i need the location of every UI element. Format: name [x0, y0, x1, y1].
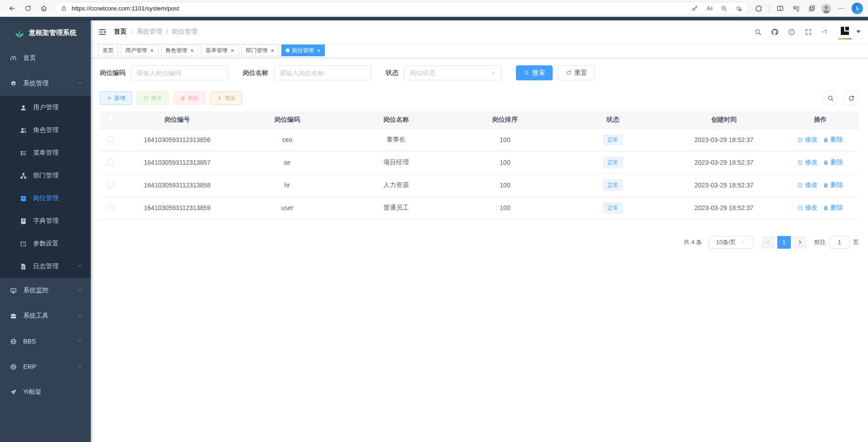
tab-close-icon[interactable]: × — [317, 48, 320, 54]
tab-close-icon[interactable]: × — [271, 48, 275, 54]
more-dots-button[interactable] — [834, 2, 848, 15]
sidebar: 意框架管理系统 首页系统管理用户管理角色管理菜单管理部门管理岗位管理字典管理参数… — [0, 20, 91, 442]
delete-button: 删除 — [173, 91, 206, 105]
github-button[interactable] — [771, 28, 779, 36]
goto-page-input[interactable] — [829, 236, 849, 249]
sidebar-item-角色管理[interactable]: 角色管理 — [0, 119, 91, 142]
add-button[interactable]: 新增 — [100, 91, 132, 105]
sidebar-item-BBS[interactable]: BBS — [0, 329, 91, 354]
browser-action-buttons — [751, 2, 863, 15]
breadcrumb-item[interactable]: 首页 — [114, 28, 127, 36]
row-checkbox[interactable] — [108, 136, 114, 142]
collections-button[interactable] — [789, 2, 803, 15]
chevron-down-icon — [77, 287, 83, 294]
back-arrow-icon — [8, 5, 16, 12]
help-button[interactable]: ? — [788, 28, 795, 36]
bing-button[interactable] — [851, 2, 863, 15]
sidebar-item-岗位管理[interactable]: 岗位管理 — [0, 187, 91, 210]
tab-菜单管理[interactable]: 菜单管理× — [201, 44, 239, 56]
select-all-checkbox[interactable] — [108, 116, 114, 122]
post-name-input[interactable] — [274, 65, 371, 80]
sidebar-item-首页[interactable]: 首页 — [0, 45, 91, 71]
tab-用户管理[interactable]: 用户管理× — [121, 44, 158, 56]
status-label: 状态 — [386, 69, 398, 77]
sidebar-item-参数设置[interactable]: 参数设置 — [0, 232, 91, 255]
prev-page-button[interactable] — [761, 236, 775, 249]
sidebar-item-用户管理[interactable]: 用户管理 — [0, 96, 91, 119]
font-size-button[interactable]: TT — [821, 28, 829, 36]
status-select[interactable]: 岗位状态 — [404, 65, 501, 80]
github-icon — [771, 28, 779, 36]
sidebar-item-日志管理[interactable]: 日志管理 — [0, 255, 91, 278]
favorite-star-add-button[interactable] — [732, 2, 745, 15]
app-title: 意框架管理系统 — [29, 29, 77, 37]
row-checkbox[interactable] — [108, 159, 114, 165]
tab-close-icon[interactable]: × — [191, 48, 194, 54]
user-avatar-menu[interactable] — [838, 24, 861, 39]
sidebar-item-字典管理[interactable]: 字典管理 — [0, 210, 91, 232]
tab-label: 首页 — [103, 47, 113, 54]
row-checkbox[interactable] — [108, 182, 114, 188]
sidebar-item-ERP[interactable]: ERP — [0, 354, 91, 379]
sidebar-item-部门管理[interactable]: 部门管理 — [0, 164, 91, 187]
row-delete-link[interactable]: 删除 — [823, 204, 843, 212]
refresh-button[interactable] — [20, 2, 35, 15]
reset-button[interactable]: 重置 — [558, 65, 595, 80]
row-edit-label: 修改 — [805, 136, 818, 144]
tab-首页[interactable]: 首页 — [98, 44, 118, 56]
search-button[interactable] — [754, 28, 762, 36]
export-button[interactable]: 导出 — [210, 91, 242, 105]
tab-岗位管理[interactable]: 岗位管理× — [281, 44, 325, 56]
split-screen-button[interactable] — [773, 2, 787, 15]
refresh-toggle-button[interactable] — [843, 90, 859, 106]
table-row: 1641030593112313856ceo董事长100正常2023-03-29… — [100, 128, 859, 151]
zoom-out-button[interactable] — [717, 2, 730, 15]
row-edit-link[interactable]: 修改 — [798, 158, 818, 167]
read-aloud-button[interactable] — [703, 2, 716, 15]
key-button[interactable] — [688, 2, 701, 15]
search-button[interactable]: 搜索 — [516, 65, 553, 80]
back-arrow-button[interactable] — [5, 2, 19, 15]
cell-id: 1641030593112313856 — [122, 128, 233, 151]
address-bar[interactable]: https://ccnetcore.com:1101/system/post — [54, 2, 748, 15]
tab-close-icon[interactable]: × — [150, 48, 154, 54]
sidebar-item-Yi框架[interactable]: Yi框架 — [0, 379, 91, 405]
sidebar-item-系统监控[interactable]: 系统监控 — [0, 278, 91, 303]
cell-created: 2023-03-29 18:52:37 — [666, 196, 782, 219]
page-size-select[interactable]: 10条/页 — [708, 236, 754, 249]
tab-close-icon[interactable]: × — [230, 48, 234, 54]
extensions-puzzle-button[interactable] — [751, 2, 766, 15]
post-table: 岗位编号岗位编码岗位名称岗位排序状态创建时间操作 164103059311231… — [100, 111, 859, 220]
row-checkbox[interactable] — [108, 204, 114, 211]
tab-actions-button[interactable] — [804, 2, 819, 15]
status-badge: 正常 — [603, 134, 623, 145]
row-delete-label: 删除 — [830, 136, 843, 144]
home-button[interactable] — [36, 2, 51, 15]
sidebar-item-系统工具[interactable]: 系统工具 — [0, 303, 91, 329]
row-edit-link[interactable]: 修改 — [798, 181, 818, 189]
profile-avatar-button[interactable] — [820, 3, 832, 15]
app-window: 意框架管理系统 首页系统管理用户管理角色管理菜单管理部门管理岗位管理字典管理参数… — [0, 20, 868, 442]
search-toggle-button[interactable] — [823, 90, 838, 106]
row-delete-link[interactable]: 删除 — [823, 158, 843, 167]
tab-角色管理[interactable]: 角色管理× — [161, 44, 199, 56]
tab-部门管理[interactable]: 部门管理× — [241, 44, 279, 56]
menu-fold-icon[interactable] — [98, 28, 107, 36]
post-code-input[interactable] — [131, 65, 228, 80]
cell-code: hr — [233, 174, 342, 196]
fullscreen-button[interactable] — [804, 28, 812, 36]
row-delete-link[interactable]: 删除 — [823, 136, 843, 144]
page-1-button[interactable]: 1 — [777, 236, 791, 249]
row-edit-link[interactable]: 修改 — [798, 136, 818, 144]
row-edit-link[interactable]: 修改 — [798, 204, 818, 212]
search-icon — [827, 95, 834, 102]
next-page-button[interactable] — [793, 236, 807, 249]
fullscreen-icon — [804, 28, 812, 36]
sidebar-item-菜单管理[interactable]: 菜单管理 — [0, 142, 91, 164]
url-text[interactable]: https://ccnetcore.com:1101/system/post — [72, 5, 688, 12]
app-logo[interactable]: 意框架管理系统 — [0, 20, 91, 45]
sidebar-item-系统管理[interactable]: 系统管理 — [0, 71, 91, 96]
edit-pen-icon — [798, 182, 803, 188]
cell-status: 正常 — [559, 128, 666, 151]
row-delete-link[interactable]: 删除 — [823, 181, 843, 189]
